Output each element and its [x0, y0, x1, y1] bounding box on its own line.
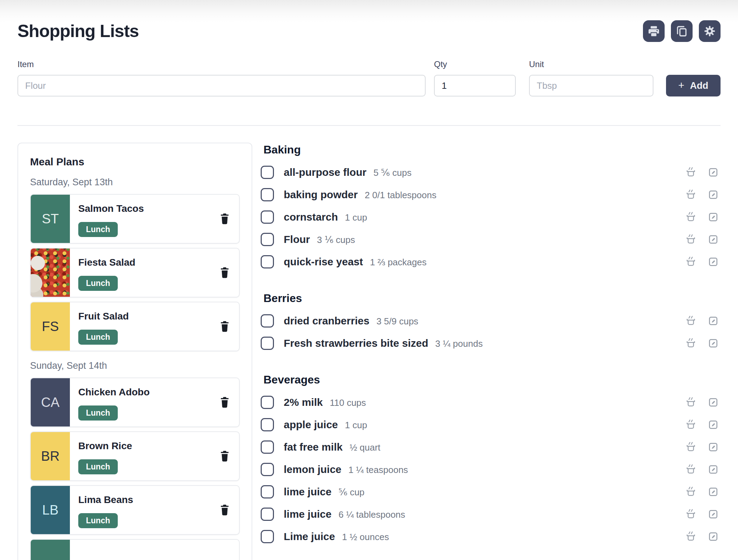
- meal-day: Saturday, Sept 13th ST Salmon Tacos Lunc…: [30, 177, 240, 351]
- cook-pot-icon[interactable]: [686, 212, 696, 222]
- meal-body: Chicken Adobo Lunch: [70, 378, 239, 426]
- item-checkbox[interactable]: [261, 485, 274, 498]
- edit-icon[interactable]: [708, 509, 718, 519]
- item-name: lime juice: [284, 508, 332, 520]
- delete-meal-button[interactable]: [219, 504, 230, 516]
- cook-pot-icon[interactable]: [686, 189, 696, 200]
- edit-icon[interactable]: [708, 397, 718, 408]
- add-item-form: Item Qty Unit + Add: [17, 59, 721, 96]
- shopping-item-row: all-purpose flour 5 ⅚ cups: [261, 161, 721, 184]
- cook-pot-icon[interactable]: [686, 531, 696, 542]
- cook-pot-icon[interactable]: [686, 316, 696, 326]
- cook-pot-icon[interactable]: [686, 509, 696, 519]
- meal-tag-badge: Lunch: [78, 276, 118, 291]
- section-title: Baking: [263, 143, 721, 156]
- item-quantity: 5 ⅚ cups: [374, 166, 412, 178]
- meal-card-partial: [30, 539, 240, 560]
- item-checkbox[interactable]: [261, 530, 274, 543]
- cook-pot-icon[interactable]: [686, 442, 696, 452]
- add-button[interactable]: + Add: [666, 75, 721, 96]
- shopping-item-row: quick-rise yeast 1 ⅔ packages: [261, 251, 721, 273]
- delete-meal-button[interactable]: [219, 396, 230, 408]
- edit-icon[interactable]: [708, 464, 718, 475]
- cook-pot-icon[interactable]: [686, 464, 696, 475]
- item-name: quick-rise yeast: [284, 256, 363, 268]
- edit-icon[interactable]: [708, 487, 718, 497]
- main-content: Meal Plans Saturday, Sept 13th ST Salmon…: [17, 143, 721, 560]
- shopping-item-row: baking powder 2 0/1 tablespoons: [261, 184, 721, 206]
- edit-icon[interactable]: [708, 419, 718, 430]
- cook-pot-icon[interactable]: [686, 397, 696, 408]
- meal-title: Fiesta Salad: [78, 257, 231, 268]
- item-checkbox[interactable]: [261, 210, 274, 224]
- item-quantity: 1 ⅔ packages: [370, 256, 427, 268]
- item-checkbox[interactable]: [261, 396, 274, 409]
- meal-tag-badge: Lunch: [78, 222, 118, 237]
- meal-body: Lima Beans Lunch: [70, 486, 239, 534]
- item-name: dried cranberries: [284, 315, 369, 327]
- meal-tag-badge: Lunch: [78, 513, 118, 528]
- item-checkbox[interactable]: [261, 508, 274, 521]
- item-name: fat free milk: [284, 441, 342, 453]
- settings-button[interactable]: [699, 20, 721, 42]
- shopping-item-row: Flour 3 ⅙ cups: [261, 228, 721, 251]
- edit-icon[interactable]: [708, 257, 718, 267]
- delete-meal-button[interactable]: [219, 450, 230, 462]
- item-checkbox[interactable]: [261, 166, 274, 179]
- item-checkbox[interactable]: [261, 314, 274, 328]
- item-actions: [686, 189, 718, 200]
- item-checkbox[interactable]: [261, 188, 274, 201]
- meal-card: CA Chicken Adobo Lunch: [30, 378, 240, 427]
- shopping-section: Baking all-purpose flour 5 ⅚ cups: [261, 143, 721, 273]
- shopping-list: Baking all-purpose flour 5 ⅚ cups: [261, 143, 721, 560]
- item-quantity: 3 ⅙ cups: [317, 234, 355, 245]
- item-checkbox[interactable]: [261, 440, 274, 454]
- edit-icon[interactable]: [708, 167, 718, 178]
- shopping-item-row: lemon juice 1 ¼ teaspoons: [261, 458, 721, 481]
- item-checkbox[interactable]: [261, 418, 274, 431]
- delete-meal-button[interactable]: [219, 321, 230, 332]
- item-checkbox[interactable]: [261, 337, 274, 350]
- shopping-item-row: fat free milk ½ quart: [261, 436, 721, 458]
- meal-thumbnail: BR: [31, 432, 70, 480]
- cook-pot-icon[interactable]: [686, 419, 696, 430]
- shopping-sections: Baking all-purpose flour 5 ⅚ cups: [261, 143, 721, 548]
- cook-pot-icon[interactable]: [686, 338, 696, 349]
- meal-body: Brown Rice Lunch: [70, 432, 239, 480]
- edit-icon[interactable]: [708, 316, 718, 326]
- item-actions: [686, 531, 718, 542]
- edit-icon[interactable]: [708, 234, 718, 245]
- edit-icon[interactable]: [708, 531, 718, 542]
- meal-body: Salmon Tacos Lunch: [70, 195, 239, 243]
- item-quantity: 1 ½ ounces: [342, 531, 389, 543]
- edit-icon[interactable]: [708, 189, 718, 200]
- meal-plans-panel: Meal Plans Saturday, Sept 13th ST Salmon…: [17, 143, 252, 560]
- item-name: cornstarch: [284, 211, 338, 223]
- delete-meal-button[interactable]: [219, 267, 230, 279]
- item-input[interactable]: [17, 75, 426, 96]
- cook-pot-icon[interactable]: [686, 234, 696, 245]
- edit-icon[interactable]: [708, 338, 718, 349]
- qty-input[interactable]: [434, 75, 516, 96]
- item-actions: [686, 509, 718, 519]
- edit-icon[interactable]: [708, 212, 718, 222]
- cook-pot-icon[interactable]: [686, 257, 696, 267]
- item-checkbox[interactable]: [261, 255, 274, 268]
- section-title: Beverages: [263, 373, 721, 386]
- meal-day: Sunday, Sept 14th CA Chicken Adobo Lunch…: [30, 360, 240, 535]
- item-checkbox[interactable]: [261, 233, 274, 246]
- cook-pot-icon[interactable]: [686, 487, 696, 497]
- meal-thumbnail: [31, 249, 70, 297]
- unit-input[interactable]: [529, 75, 653, 96]
- plus-icon: +: [678, 80, 685, 91]
- copy-button[interactable]: [671, 20, 693, 42]
- item-quantity: 6 ¼ tablespoons: [339, 508, 405, 520]
- item-quantity: 1 cup: [345, 211, 367, 223]
- delete-meal-button[interactable]: [219, 213, 230, 225]
- cook-pot-icon[interactable]: [686, 167, 696, 178]
- print-button[interactable]: [643, 20, 665, 42]
- edit-icon[interactable]: [708, 442, 718, 452]
- shopping-item-row: cornstarch 1 cup: [261, 206, 721, 228]
- item-checkbox[interactable]: [261, 463, 274, 476]
- meal-title: Chicken Adobo: [78, 387, 231, 398]
